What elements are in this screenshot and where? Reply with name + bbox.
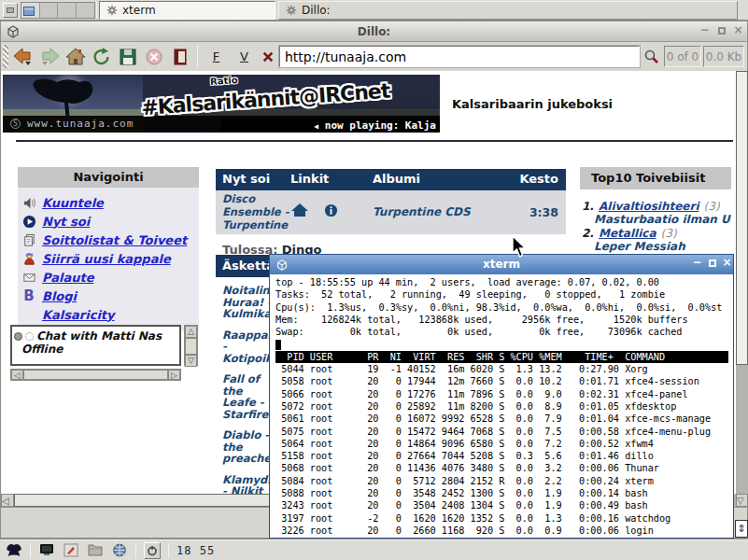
process-row: 5088 root 20 0 3548 2452 1300 S 0.0 1.9 … bbox=[275, 487, 732, 499]
minimize-button[interactable]: − bbox=[698, 24, 712, 38]
workspace-pager[interactable] bbox=[21, 2, 95, 19]
maximize-button[interactable] bbox=[705, 257, 719, 271]
back-button[interactable] bbox=[10, 45, 35, 68]
top10-header: Top10 Toivebiisit bbox=[580, 167, 731, 189]
top10-artist-link[interactable]: Metallica bbox=[599, 227, 656, 240]
taskbar-button-xterm[interactable]: xterm bbox=[99, 1, 275, 20]
scroll-left-icon[interactable]: ◁ bbox=[11, 370, 23, 380]
sidebar-item-blogi[interactable]: B Blogi bbox=[21, 287, 199, 305]
terminal-output[interactable]: top - 18:55:55 up 44 min, 2 users, load … bbox=[271, 274, 732, 538]
launcher-settings[interactable] bbox=[63, 542, 79, 558]
col-albumi: Albumi bbox=[373, 172, 420, 186]
home-button[interactable] bbox=[63, 45, 88, 68]
view-menu-button[interactable]: V bbox=[233, 45, 256, 68]
taskbar-button-dillo[interactable]: Dillo: bbox=[278, 1, 738, 20]
launcher-terminal[interactable] bbox=[38, 542, 55, 558]
clear-url-button[interactable] bbox=[259, 45, 277, 68]
track-duration: 3:38 bbox=[529, 205, 558, 219]
sidebar-item-siirra[interactable]: Siirrä uusi kappale bbox=[21, 249, 199, 268]
top-summary-line: Swap: 0k total, 0k used, 0k free, 73096k… bbox=[275, 326, 732, 338]
chat-radio-icon[interactable] bbox=[25, 332, 34, 341]
maximize-button[interactable] bbox=[714, 24, 728, 38]
workspace-window-icon bbox=[23, 7, 35, 16]
info-icon[interactable] bbox=[324, 203, 338, 221]
copyright-badge: S bbox=[10, 119, 21, 129]
col-linkit: Linkit bbox=[290, 172, 329, 186]
chat-status: Offline bbox=[14, 343, 177, 356]
panel-clock[interactable]: 18 55 bbox=[176, 544, 215, 557]
chat-hscroll-thumb[interactable] bbox=[23, 370, 168, 380]
stop-button[interactable] bbox=[141, 45, 166, 68]
save-icon bbox=[117, 47, 139, 67]
book-icon bbox=[169, 47, 191, 67]
scroll-left-icon[interactable]: ◁ bbox=[1, 494, 14, 507]
terminal-icon bbox=[39, 543, 54, 557]
match-count: 0 of 0 bbox=[664, 46, 701, 67]
banner-ratio-text: Ratio bbox=[210, 75, 238, 87]
banner-now-playing: ◀ now playing: Kalja bbox=[221, 119, 440, 133]
bottom-panel: 18 55 bbox=[0, 539, 748, 560]
vertical-scrollbar[interactable]: ▽ bbox=[736, 71, 748, 507]
show-desktop-button[interactable] bbox=[3, 3, 18, 18]
scroll-down-icon[interactable]: ▽ bbox=[185, 355, 197, 367]
reload-button[interactable] bbox=[89, 45, 114, 68]
track-name: Disco Ensemble - Turpentine bbox=[222, 192, 293, 231]
workspace-3[interactable] bbox=[58, 3, 77, 18]
chat-vscroll-thumb[interactable] bbox=[185, 338, 197, 355]
chat-frame[interactable]: Chat with Matti Nas Offline bbox=[10, 325, 181, 366]
home-icon bbox=[64, 47, 87, 67]
horizontal-rule bbox=[16, 140, 733, 142]
process-row: 5064 root 20 0 14864 9096 6580 S 0.0 7.2… bbox=[275, 438, 732, 450]
save-button[interactable] bbox=[115, 45, 140, 68]
process-row: 3243 root 20 0 3504 2408 1304 S 0.0 1.9 … bbox=[275, 499, 732, 511]
scroll-down-icon[interactable]: ▽ bbox=[736, 494, 748, 507]
file-menu-button[interactable]: F bbox=[205, 45, 228, 68]
top-summary-line: Cpu(s): 1.3%us, 0.3%sy, 0.0%ni, 98.3%id,… bbox=[275, 301, 732, 314]
panel-separator bbox=[30, 543, 31, 558]
site-banner[interactable]: S www.tunaaja.com Ratio #Kalsarikännit@I… bbox=[3, 75, 440, 133]
workspace-1[interactable] bbox=[21, 3, 40, 18]
power-icon bbox=[147, 545, 158, 556]
sidebar-item-soittolistat[interactable]: Soittolistat & Toiveet bbox=[21, 231, 199, 249]
top-summary-line: top - 18:55:55 up 44 min, 2 users, load … bbox=[275, 276, 732, 288]
bookmarks-button[interactable] bbox=[167, 45, 192, 68]
sidebar-item-nyt-soi[interactable]: Nyt soi bbox=[21, 212, 199, 231]
desktop: Dillo: − × bbox=[0, 0, 748, 560]
now-playing-row: Disco Ensemble - Turpentine Turpentine C… bbox=[216, 190, 566, 234]
chat-title: Chat with Matti Nas bbox=[36, 329, 162, 343]
workspace-4[interactable] bbox=[77, 3, 94, 18]
search-button[interactable] bbox=[642, 45, 662, 68]
workspace-2[interactable] bbox=[40, 3, 59, 18]
scroll-updown-icon[interactable]: ⇕ bbox=[735, 520, 748, 538]
chat-horizontal-scrollbar[interactable]: ◁ ▷ bbox=[10, 369, 181, 381]
scroll-up-icon[interactable]: △ bbox=[185, 326, 197, 338]
toolbar-separator bbox=[197, 46, 198, 67]
close-button[interactable]: × bbox=[731, 24, 745, 38]
toolbar-drag-handle[interactable] bbox=[3, 45, 8, 68]
forward-button[interactable] bbox=[36, 45, 62, 68]
url-input[interactable] bbox=[279, 46, 640, 67]
chat-vertical-scrollbar[interactable]: △ ▽ bbox=[184, 325, 198, 366]
xterm-titlebar[interactable]: xterm − × bbox=[270, 255, 733, 274]
home-link-icon[interactable] bbox=[290, 202, 309, 222]
top10-item: 2. Metallica (3) bbox=[582, 226, 731, 241]
scroll-right-icon[interactable]: ▷ bbox=[168, 370, 180, 380]
quit-button[interactable] bbox=[144, 542, 161, 559]
process-table-header: PID USER PR NI VIRT RES SHR S %CPU %MEM … bbox=[275, 351, 728, 363]
process-row: 5084 root 20 0 5712 2804 2152 R 0.0 2.2 … bbox=[275, 475, 732, 487]
top10-song: Leper Messiah bbox=[582, 241, 731, 254]
sidebar-item-kalsaricity[interactable]: Kalsaricity bbox=[21, 305, 199, 324]
vscroll-thumb[interactable] bbox=[736, 71, 748, 365]
sidebar-item-kuuntele[interactable]: Kuuntele bbox=[21, 193, 199, 212]
launcher-browser[interactable] bbox=[111, 542, 128, 558]
launcher-file-manager[interactable] bbox=[87, 542, 104, 558]
close-button[interactable]: × bbox=[720, 257, 734, 271]
sidebar-item-palaute[interactable]: Palaute bbox=[21, 268, 199, 287]
dillo-titlebar[interactable]: Dillo: − × bbox=[1, 21, 747, 42]
top10-artist-link[interactable]: Alivaltiosihteeri bbox=[599, 200, 699, 213]
process-row: 5072 root 20 0 25892 11m 8200 S 0.0 8.9 … bbox=[275, 400, 732, 413]
chat-status-dot-icon[interactable] bbox=[14, 332, 22, 341]
panel-separator bbox=[168, 543, 169, 558]
minimize-button[interactable]: − bbox=[690, 257, 704, 271]
xfce-menu-button[interactable] bbox=[6, 542, 22, 558]
